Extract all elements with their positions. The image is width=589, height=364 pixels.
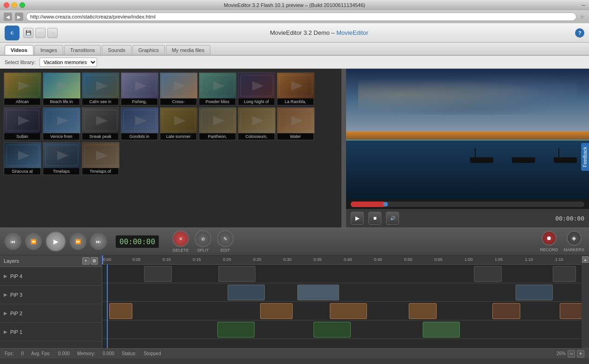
clip-pip2-6[interactable] [560,303,582,319]
maximize-button[interactable] [20,2,25,8]
media-thumb-cross [160,73,197,98]
zoom-in-button[interactable]: + [577,350,584,358]
media-item-beach[interactable]: Beach life in [43,72,80,105]
split-button[interactable]: ⊘ [195,230,211,247]
record-button[interactable]: ⏺ [542,231,556,246]
preview-volume-button[interactable]: 🔊 [386,212,399,225]
media-item-gondols[interactable]: Gondols in [121,107,158,140]
clip-pip3-2[interactable] [297,285,339,300]
clip-pip4-1[interactable] [144,266,172,282]
media-item-colosseum[interactable]: Colosseum, [238,107,275,140]
media-item-larambla[interactable]: La Rambla, [277,72,314,105]
bookmark-icon[interactable]: ★ [579,13,585,20]
tab-my-media-files[interactable]: My media files [166,45,210,55]
media-item-sneak[interactable]: Sneak peak [82,107,119,140]
media-item-timelaps[interactable]: Timelaps [43,142,80,175]
forward-end-button[interactable]: ⏭ [90,233,107,250]
media-item-cross[interactable]: Cross- [160,72,197,105]
undo-icon[interactable]: ↩ [35,28,46,38]
addressbar: ◀ ▶ http://www.creaza.com/static/creaza/… [0,10,589,23]
clip-pip4-2[interactable] [218,266,255,282]
window-resize[interactable]: ─ [582,2,585,8]
tab-videos[interactable]: Videos [5,45,33,55]
clip-pip1-1[interactable] [217,322,255,338]
feedback-tab[interactable]: Feedback [581,143,589,171]
layers-panel: Layers + ⚙ ▶ PiP 4 ▶ PiP 3 ▶ PiP 2 ▶ PiP… [0,255,102,348]
clip-pip4-4[interactable] [553,266,576,282]
clip-pip2-3[interactable] [330,303,367,319]
timeline-thumb[interactable] [383,202,388,207]
layer-pip1[interactable]: ▶ PiP 1 [0,323,102,341]
clip-pip2-5[interactable] [492,303,520,319]
edit-button[interactable]: ✎ [217,230,234,247]
tab-transitions[interactable]: Transitions [64,45,101,55]
tab-sounds[interactable]: Sounds [102,45,131,55]
split-group: ⊘ SPLIT [195,230,211,253]
rewind-start-button[interactable]: ⏮ [5,233,21,250]
back-button[interactable]: ◀ [4,13,12,21]
media-item-venice[interactable]: Venice from [43,107,80,140]
clip-pip2-4[interactable] [409,303,437,319]
layer-pip2[interactable]: ▶ PiP 2 [0,304,102,323]
clip-pip4-3[interactable] [474,266,502,282]
help-button[interactable]: ? [575,28,584,38]
clip-pip2-1[interactable] [109,303,132,319]
media-label-calm: Calm see in [82,98,118,105]
media-item-water[interactable]: Water [277,107,314,140]
clip-pip3-1[interactable] [228,285,265,300]
media-thumb-sneak [82,108,119,133]
tab-images[interactable]: Images [34,45,63,55]
media-thumb-pantheon [199,108,236,133]
statusbar: Fps: 0 Avg. Fps: 0.000 Memory: 0.000 Sta… [0,348,589,358]
preview-panel: ▶ ■ 🔊 00:00:00 [346,69,589,228]
timeline-scrollbar[interactable]: ▲ [582,255,589,348]
layer-pip4[interactable]: ▶ PiP 4 [0,267,102,286]
ruler-mark-10: 0:10 [163,257,171,262]
clip-pip2-2[interactable] [260,303,293,319]
play-button[interactable]: ▶ [46,231,66,252]
media-item-pantheon[interactable]: Pantheon, [199,107,236,140]
forward-button[interactable]: ⏩ [70,233,86,250]
panel-divider[interactable]: ⋮ [341,69,346,228]
library-select[interactable]: Vacation memories [39,58,97,67]
save-icon[interactable]: 💾 [23,28,33,38]
media-item-sultan[interactable]: Sultan [4,107,41,140]
redo-icon[interactable]: ↪ [47,28,58,38]
clip-pip1-3[interactable] [423,322,460,338]
preview-timeline[interactable] [351,202,584,207]
media-item-longnight[interactable]: Long Night of [238,72,275,105]
status-label: Status: [122,351,136,356]
media-item-calm[interactable]: Calm see in [82,72,119,105]
layer-pip3[interactable]: ▶ PiP 3 [0,286,102,304]
media-thumb-timelaps [43,143,80,168]
minimize-button[interactable] [12,2,17,8]
zoom-out-button[interactable]: − [568,350,575,358]
timeline-progress [351,202,386,207]
delete-button[interactable]: ✕ [172,230,189,247]
layer-settings-button[interactable]: ⚙ [91,257,98,265]
clip-pip1-2[interactable] [314,322,351,338]
media-item-latesummer[interactable]: Late summer [160,107,197,140]
add-layer-button[interactable]: + [82,257,90,265]
layer-expand-icon: ▶ [4,292,7,297]
tab-graphics[interactable]: Graphics [132,45,165,55]
preview-play-button[interactable]: ▶ [351,212,364,225]
app-title-link[interactable]: MovieEditor [336,29,368,36]
url-bar[interactable]: http://www.creaza.com/static/creaza/prev… [26,13,576,21]
media-item-siracusa[interactable]: Siracusa at [4,142,41,175]
ruler-mark-15: 0:15 [193,257,201,262]
titlebar: MovieEditor 3.2 Flash 10.1 preview – (Bu… [0,0,589,10]
close-button[interactable] [4,2,9,8]
media-item-african[interactable]: African [4,72,41,105]
rewind-button[interactable]: ⏪ [25,233,42,250]
clip-pip3-3[interactable] [516,285,553,300]
media-thumb-larambla [277,73,314,98]
markers-button[interactable]: ◈ [567,231,582,246]
media-item-powder[interactable]: Powder bliss [199,72,236,105]
scroll-up-button[interactable]: ▲ [582,256,589,263]
preview-stop-button[interactable]: ■ [368,212,381,225]
forward-button[interactable]: ▶ [15,13,23,21]
delete-label: DELETE [173,248,189,253]
media-item-fishing[interactable]: Fishing, [121,72,158,105]
media-item-timelapsof[interactable]: Timelaps of [82,142,119,175]
